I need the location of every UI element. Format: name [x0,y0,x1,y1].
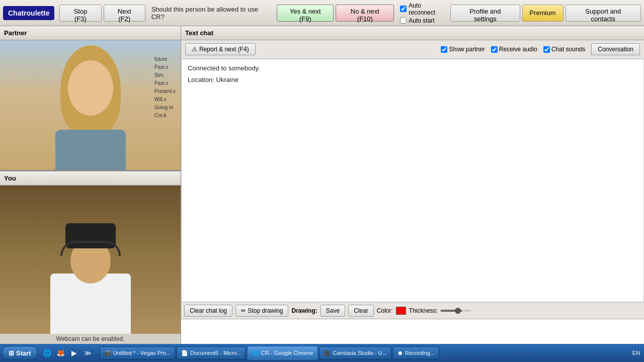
you-header: You [0,171,181,186]
pen-icon: ✏ [241,307,246,314]
chat-bottom-bar: Clear chat log ✏ Stop drawing Drawing: S… [181,302,644,319]
chat-sounds-option[interactable]: Chat sounds [543,46,585,53]
show-partner-option[interactable]: Show partner [441,46,485,53]
connected-message: Connected to somebody. [188,64,637,72]
taskbar-app-chrome[interactable]: 🌐 CR - Google Chrome [248,346,317,359]
topbar: Chatroulette Stop (F3) Next (F2) Should … [0,0,644,26]
taskbar-app-word[interactable]: 📄 Document5 - Micro... [177,346,246,359]
clear-chat-log-button[interactable]: Clear chat log [184,305,232,317]
main-area: Partner future Past.v Sim. Past.v Presen… [0,26,644,344]
premium-button[interactable]: Premium [522,5,564,22]
stop-drawing-button[interactable]: ✏ Stop drawing [235,305,288,317]
partner-scene: future Past.v Sim. Past.v Present.v Will… [0,40,181,170]
show-partner-checkbox[interactable] [441,46,447,53]
firefox-icon[interactable]: 🦊 [55,347,67,359]
receive-audio-label: Receive audio [499,46,537,53]
location-message: Location: Ukraine [188,76,637,83]
auto-reconnect-option[interactable]: Auto reconnect [400,2,448,16]
you-video [0,186,181,334]
thickness-label: Thickness: [409,307,438,314]
chat-toolbar: ⚠ Report & next (F4) Show partner Receiv… [181,40,644,59]
camtasia-icon: 🎥 [324,350,331,356]
drawing-label: Drawing: [291,307,317,314]
thickness-slider[interactable] [441,310,471,312]
no-next-button[interactable]: No & next (F10) [336,5,394,22]
stop-button[interactable]: Stop (F3) [59,5,101,22]
chrome-icon: 🌐 [252,350,259,356]
whiteboard-text: future Past.v Sim. Past.v Present.v Will… [154,55,176,120]
taskbar-app-camtasia[interactable]: 🎥 Camtasia Studio - U... [319,346,391,359]
chat-header: Text chat [181,26,644,40]
taskbar-apps: 🎬 Untitled * - Vegas Pro... 📄 Document5 … [100,346,631,359]
chat-messages: Connected to somebody. Location: Ukraine [181,59,644,302]
windows-icon: ⊞ [9,349,14,357]
auto-start-option[interactable]: Auto start [400,17,448,24]
partner-face [68,60,113,116]
next-button[interactable]: Next (F2) [104,5,145,22]
media-icon[interactable]: ▶ [68,347,80,359]
conversation-button[interactable]: Conversation [591,43,640,55]
support-contacts-button[interactable]: Support and contacts [566,5,641,22]
color-label: Color: [377,307,393,314]
taskbar-app-recording[interactable]: ⏺ Recording... [393,346,439,359]
chat-sounds-checkbox[interactable] [543,46,550,53]
webcam-notice: Webcam can be enabled. [0,334,181,344]
taskbar: ⊞ Start 🌐 🦊 ▶ ≫ 🎬 Untitled * - Vegas Pro… [0,344,644,362]
partner-body [55,130,126,170]
taskbar-quick-launch: 🌐 🦊 ▶ ≫ [41,347,94,359]
receive-audio-checkbox[interactable] [491,46,498,53]
you-headphones [60,241,121,256]
save-button[interactable]: Save [320,305,345,317]
report-icon: ⚠ [192,46,197,53]
question-text: Should this person be allowed to use CR? [151,6,271,21]
right-panel: Text chat ⚠ Report & next (F4) Show part… [181,26,644,344]
auto-start-checkbox[interactable] [400,17,407,24]
chat-input[interactable] [181,319,644,344]
show-partner-label: Show partner [449,46,485,53]
auto-reconnect-label: Auto reconnect [409,2,448,16]
report-next-button[interactable]: ⚠ Report & next (F4) [185,43,256,55]
start-button[interactable]: ⊞ Start [2,346,38,360]
receive-audio-option[interactable]: Receive audio [491,46,537,53]
app-logo: Chatroulette [3,6,54,20]
chat-options: Show partner Receive audio Chat sounds C… [441,43,640,55]
auto-reconnect-checkbox[interactable] [400,6,407,12]
chat-sounds-label: Chat sounds [551,46,585,53]
clear-button[interactable]: Clear [348,305,374,317]
auto-options: Auto reconnect Auto start [400,2,448,24]
ie-icon[interactable]: 🌐 [41,347,53,359]
taskbar-app-vegas[interactable]: 🎬 Untitled * - Vegas Pro... [100,346,175,359]
partner-video: future Past.v Sim. Past.v Present.v Will… [0,40,181,171]
partner-header: Partner [0,26,181,40]
recording-icon: ⏺ [397,350,403,356]
you-panel: You Webcam can be enabled. [0,171,181,344]
profile-settings-button[interactable]: Profile and settings [450,5,520,22]
chat-input-area [181,319,644,344]
color-swatch[interactable] [396,307,406,315]
vegas-icon: 🎬 [104,350,111,356]
you-scene [0,186,181,334]
taskbar-right: EN [632,350,642,356]
yes-next-button[interactable]: Yes & next (F9) [277,5,334,22]
lang-indicator: EN [632,350,640,356]
quick-icon[interactable]: ≫ [82,347,94,359]
left-panel: Partner future Past.v Sim. Past.v Presen… [0,26,181,344]
auto-start-label: Auto start [409,17,434,24]
word-icon: 📄 [181,350,188,356]
